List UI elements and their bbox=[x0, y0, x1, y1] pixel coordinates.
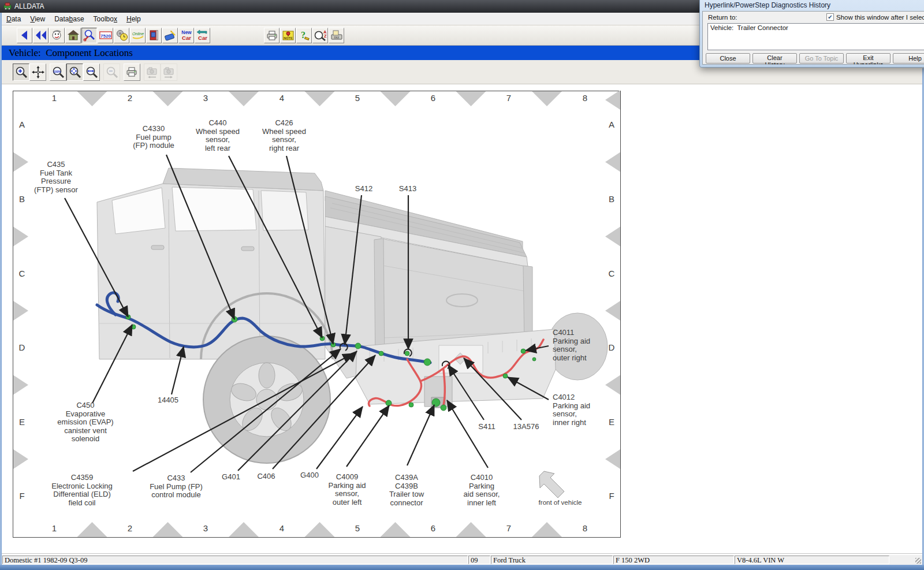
return-car-button[interactable]: Car bbox=[195, 28, 210, 43]
camera-next-icon bbox=[162, 65, 176, 79]
menu-database[interactable]: Database bbox=[50, 13, 88, 25]
show-window-checkbox[interactable]: ✔ Show this window after I select a hype bbox=[826, 13, 924, 21]
connector-dot bbox=[432, 398, 440, 407]
grid-col-label: 4 bbox=[280, 93, 284, 103]
history-back-button[interactable] bbox=[33, 28, 49, 43]
zoom-fit-width-icon bbox=[85, 65, 99, 79]
hyperlink-history-dialog: Hyperlink/PowerStep Diagnostics History … bbox=[699, 0, 924, 68]
zoom-100-button[interactable]: 100% bbox=[50, 64, 66, 81]
pan-icon bbox=[31, 65, 45, 79]
exit-hyperlinks-button[interactable]: Exit Hyperlinks bbox=[846, 53, 891, 64]
question-mark-icon: ? bbox=[298, 29, 311, 42]
go-to-topic-button[interactable]: Go To Topic bbox=[799, 53, 844, 64]
connector-dot bbox=[386, 400, 392, 406]
help-button[interactable]: Help bbox=[893, 53, 924, 64]
connector-dot bbox=[441, 405, 446, 411]
history-item[interactable]: Vehicle: Trailer Connector bbox=[708, 24, 924, 32]
search-wrench-icon bbox=[83, 29, 96, 42]
clear-history-button[interactable]: Clear History bbox=[752, 53, 797, 64]
grid-col-label: 3 bbox=[203, 93, 208, 103]
menu-data[interactable]: Data bbox=[2, 13, 25, 25]
fax-button[interactable]: FAX bbox=[329, 28, 344, 43]
grid-row-label: D bbox=[609, 342, 615, 352]
menu-help[interactable]: Help bbox=[122, 13, 146, 25]
online-button[interactable]: Online bbox=[130, 28, 146, 43]
connector-dot bbox=[424, 359, 431, 366]
home-icon bbox=[67, 29, 80, 42]
book-icon bbox=[148, 29, 161, 42]
prev-image-button[interactable] bbox=[144, 64, 161, 81]
connector-dot bbox=[503, 374, 508, 378]
print-page-button[interactable] bbox=[124, 64, 140, 81]
dialog-button-row: CloseClear HistoryGo To TopicExit Hyperl… bbox=[706, 53, 924, 64]
back-icon bbox=[21, 31, 27, 40]
assistant-face-icon bbox=[51, 29, 64, 42]
grid-row-label: D bbox=[19, 342, 25, 352]
grid-col-label: 2 bbox=[128, 93, 132, 103]
back-button[interactable] bbox=[17, 28, 32, 43]
grid-col-label: 8 bbox=[583, 93, 587, 103]
assistant-button[interactable] bbox=[49, 28, 65, 43]
zoom-fit-button[interactable] bbox=[66, 64, 83, 81]
grid-col-label: 5 bbox=[355, 93, 360, 103]
year-7520-icon: 7520 bbox=[99, 29, 112, 42]
zoom-fit-width-button[interactable] bbox=[83, 64, 100, 81]
connector-dot bbox=[409, 403, 413, 407]
app-icon bbox=[3, 2, 12, 10]
grid-row-label: A bbox=[19, 120, 25, 129]
grid-col-label: 1 bbox=[52, 523, 57, 533]
grid-col-label: 2 bbox=[128, 523, 132, 533]
grid-col-label: 6 bbox=[431, 93, 435, 103]
status-field-4: V8-4.6L VIN W bbox=[735, 556, 889, 564]
app-window: ALLDATA DataViewDatabaseToolboxHelp bbox=[0, 0, 924, 570]
status-field-0: Domestic #1 1982-09 Q3-09 bbox=[2, 556, 468, 564]
printer-icon bbox=[266, 29, 278, 42]
connector-dot bbox=[405, 351, 409, 356]
grid-row-label: C bbox=[19, 269, 25, 278]
close-button[interactable]: Close bbox=[706, 53, 750, 64]
gear-clock-icon bbox=[116, 29, 128, 42]
grid-col-label: 3 bbox=[203, 523, 208, 533]
new-car-icon: NewCar bbox=[180, 29, 193, 42]
online-icon: Online bbox=[132, 29, 144, 42]
library-button[interactable] bbox=[146, 28, 162, 43]
az-magnifier-icon: AZ bbox=[314, 29, 327, 42]
connector-dot bbox=[532, 357, 536, 361]
print-button[interactable] bbox=[264, 28, 280, 43]
status-field-2: Ford Truck bbox=[491, 556, 613, 564]
zoom-out-button[interactable] bbox=[103, 64, 120, 81]
diagram-svg: 1122334455667788AABBCCDDEEFF bbox=[13, 91, 621, 538]
checkbox-check-icon[interactable]: ✔ bbox=[826, 13, 834, 21]
notes-button[interactable]: NOTE bbox=[280, 28, 296, 43]
grid-row-label: E bbox=[609, 417, 614, 427]
content-area: 1122334455667788AABBCCDDEEFF C435Fuel Ta… bbox=[2, 84, 922, 553]
grid-col-label: 8 bbox=[583, 523, 587, 533]
az-lookup-button[interactable]: AZ bbox=[312, 28, 328, 43]
help-button[interactable]: ? bbox=[296, 28, 312, 43]
dialog-client: Return to: ✔ Show this window after I se… bbox=[702, 11, 924, 65]
year-select-button[interactable]: 7520 bbox=[98, 28, 113, 43]
next-image-button[interactable] bbox=[161, 64, 177, 81]
history-listbox[interactable]: Vehicle: Trailer Connector bbox=[707, 23, 924, 50]
menu-view[interactable]: View bbox=[25, 13, 50, 25]
scheduler-button[interactable] bbox=[114, 28, 129, 43]
status-bar: Domestic #1 1982-09 Q3-0909Ford TruckF 1… bbox=[2, 555, 922, 565]
home-button[interactable] bbox=[65, 28, 81, 43]
fax-icon: FAX bbox=[330, 29, 343, 42]
component-locations-diagram: 1122334455667788AABBCCDDEEFF C435Fuel Ta… bbox=[13, 91, 621, 538]
dialog-title: Hyperlink/PowerStep Diagnostics History bbox=[700, 0, 924, 10]
online-label: Online bbox=[132, 32, 143, 36]
new-car-button[interactable]: NewCar bbox=[178, 28, 194, 43]
svg-text:FAX: FAX bbox=[334, 36, 339, 39]
pan-button[interactable] bbox=[29, 64, 46, 81]
resize-grip[interactable] bbox=[889, 555, 922, 565]
grid-col-label: 6 bbox=[431, 523, 435, 533]
menu-toolbox[interactable]: Toolbox bbox=[89, 13, 122, 25]
messaging-button[interactable] bbox=[162, 28, 178, 43]
zoom-out-icon bbox=[105, 65, 119, 79]
camera-prev-icon bbox=[146, 65, 159, 79]
note-pushpin-icon: NOTE bbox=[282, 29, 295, 42]
vehicle-search-button[interactable] bbox=[81, 28, 97, 43]
zoom-in-button[interactable] bbox=[13, 64, 29, 81]
connector-dot bbox=[379, 351, 383, 356]
